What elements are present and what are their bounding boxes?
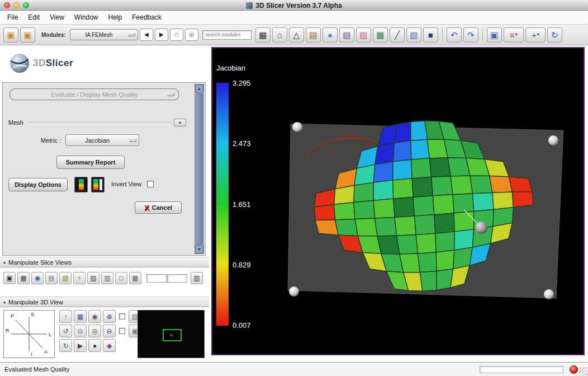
fiducial-sphere[interactable]: [292, 122, 302, 132]
fiducial-sphere[interactable]: [548, 135, 558, 145]
home-module-icon[interactable]: ⌂: [272, 27, 287, 43]
modules-next-icon[interactable]: ▶: [155, 29, 168, 41]
menu-edit[interactable]: Edit: [23, 13, 45, 21]
error-log-button[interactable]: [570, 365, 578, 374]
slice-foreground-icon[interactable]: ▧: [59, 272, 72, 284]
fiducial-sphere[interactable]: [289, 286, 299, 297]
import-scene-icon[interactable]: ▣: [20, 27, 35, 43]
color-scale-editor-icon[interactable]: [91, 177, 105, 192]
transforms-module-icon[interactable]: ▧: [339, 27, 354, 43]
fiducials-module-icon[interactable]: ▨: [356, 27, 371, 43]
progress-field: [480, 366, 563, 373]
view-refresh-icon[interactable]: ↻: [547, 27, 562, 43]
scroll-down-icon[interactable]: ▼: [195, 245, 203, 253]
slice-crosshair-icon[interactable]: ▨: [87, 272, 99, 284]
data-module-icon[interactable]: △: [289, 27, 304, 43]
slice-controls-more-icon[interactable]: ▥: [191, 272, 203, 284]
measurements-module-icon: ▥: [410, 31, 418, 39]
menu-help[interactable]: Help: [103, 13, 127, 21]
module-panel-toggle-icon[interactable]: ■: [423, 27, 438, 43]
modules-previous-icon: ◀: [144, 32, 149, 37]
close-window-button[interactable]: [4, 2, 10, 8]
slice-link-icon[interactable]: ▥: [101, 272, 113, 284]
zoom-out-icon[interactable]: ⊖: [103, 325, 116, 337]
scalar-bar-toggle-icon[interactable]: [74, 177, 88, 192]
mesh-render: [212, 48, 584, 354]
fem-mesh-module-icon[interactable]: ▦: [255, 27, 271, 43]
display-options-button[interactable]: Display Options: [8, 178, 68, 191]
slice-fade-slider[interactable]: [167, 274, 187, 283]
orientation-axes-widget[interactable]: S I R L P A: [3, 310, 55, 358]
undo-icon[interactable]: ↶: [447, 27, 462, 43]
menu-feedback[interactable]: Feedback: [127, 13, 167, 21]
camera-icon[interactable]: ◉: [88, 310, 101, 323]
menu-file[interactable]: File: [2, 13, 23, 21]
slice-interpolate-icon[interactable]: +: [73, 272, 86, 284]
slice-info-icon[interactable]: ▩: [129, 272, 141, 284]
slice-copy-icon[interactable]: □: [115, 272, 127, 284]
module-search-input[interactable]: [202, 30, 252, 40]
editor-module-icon[interactable]: ╱: [390, 27, 405, 43]
probe-sphere[interactable]: [475, 222, 487, 234]
app-icon: [246, 2, 253, 9]
measurements-module-icon[interactable]: ▥: [406, 27, 421, 43]
manipulate-slice-views-header[interactable]: ▴ Manipulate Slice Views: [0, 257, 209, 267]
menu-view[interactable]: View: [45, 13, 69, 21]
pointer-icon[interactable]: ▶: [74, 339, 87, 352]
slice-layout-icon[interactable]: ▦: [17, 272, 30, 284]
rotate-around-icon[interactable]: ↺: [59, 325, 72, 337]
slice-fit-icon[interactable]: ▣: [3, 272, 16, 284]
3d-viewport[interactable]: Jacobian 3.2952.4731.6510.8290.007: [211, 47, 585, 355]
scroll-up-icon[interactable]: ▲: [195, 84, 203, 93]
zoom-in-icon[interactable]: ⊕: [103, 310, 116, 323]
volumes-module-icon[interactable]: ▤: [306, 27, 321, 43]
center-view-icon[interactable]: ⊙: [74, 325, 87, 337]
manipulate-3d-view-header[interactable]: ▴ Manipulate 3D View: [0, 297, 209, 307]
save-scene-icon[interactable]: ▣: [487, 27, 502, 43]
mesh-section: Mesh ▼: [8, 119, 186, 126]
minimize-window-button[interactable]: [13, 2, 20, 8]
modules-previous-icon[interactable]: ◀: [140, 29, 153, 41]
view-mode-icon[interactable]: ▦: [74, 310, 87, 323]
menu-window[interactable]: Window: [69, 13, 103, 21]
navigation-preview[interactable]: [137, 310, 205, 358]
summary-report-button[interactable]: Summary Report: [56, 156, 125, 169]
scrollbar-thumb[interactable]: [196, 93, 203, 245]
colors-module-icon[interactable]: ▩: [373, 27, 388, 43]
module-section-menubutton[interactable]: Evaluate / Display Mesh Quality: [10, 88, 179, 101]
view3d-option-checkbox[interactable]: [119, 313, 125, 319]
slice-opacity-slider[interactable]: [146, 274, 167, 283]
modules-history-icon[interactable]: □: [170, 29, 183, 41]
redo-icon[interactable]: ↷: [463, 27, 478, 43]
modules-dropdown[interactable]: IA FEMesh: [70, 29, 138, 40]
snapshot-3d-icon[interactable]: ◆: [103, 339, 116, 352]
visibility-icon[interactable]: ●: [88, 339, 101, 352]
rotate-up-icon[interactable]: ↑: [59, 310, 72, 323]
fiducial-sphere[interactable]: [544, 289, 554, 299]
toolbar: ▣▣ Modules: IA FEMesh ◀▶□◎ ▦⌂△▤●▧▨▩╱▥■↶↷…: [0, 25, 588, 45]
modules-label: Modules:: [41, 32, 66, 38]
metric-dropdown[interactable]: Jacobian: [65, 134, 139, 146]
app-window: 3D Slicer Version 3.7 Alpha FileEditView…: [0, 0, 588, 376]
modules-wizard-icon[interactable]: ◎: [185, 29, 198, 41]
view3d-option-checkbox[interactable]: [119, 328, 125, 334]
mesh-section-dropdown[interactable]: ▼: [174, 119, 186, 126]
modules-history-icon: □: [175, 32, 178, 37]
resize-grip[interactable]: [579, 367, 588, 376]
window-controls: [4, 2, 29, 8]
zoom-window-button[interactable]: [23, 2, 29, 8]
slice-visibility-icon[interactable]: ◉: [31, 272, 44, 284]
colorbar-tick-label: 2.473: [233, 139, 251, 148]
metric-row: Metric : Jacobian: [3, 134, 205, 146]
screen-capture-icon[interactable]: +▾: [525, 27, 546, 43]
cancel-button[interactable]: X Cancel: [135, 201, 182, 214]
tilt-view-icon[interactable]: ↻: [59, 339, 72, 352]
models-module-icon[interactable]: ●: [323, 27, 338, 43]
spin-view-icon[interactable]: ◎: [88, 325, 101, 337]
cancel-x-icon: X: [144, 204, 149, 212]
slice-label-opacity-icon[interactable]: ▤: [45, 272, 58, 284]
module-panel-scrollbar[interactable]: ▲ ▼: [195, 84, 204, 254]
load-scene-icon[interactable]: ▣: [3, 27, 18, 43]
scene-snapshot-icon[interactable]: ≡▾: [504, 27, 524, 43]
invert-view-checkbox[interactable]: [147, 181, 154, 187]
